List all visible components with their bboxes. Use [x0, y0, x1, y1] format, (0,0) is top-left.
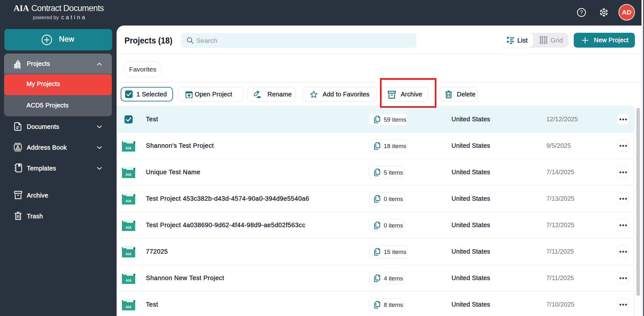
svg-text:?: ? [580, 9, 583, 15]
